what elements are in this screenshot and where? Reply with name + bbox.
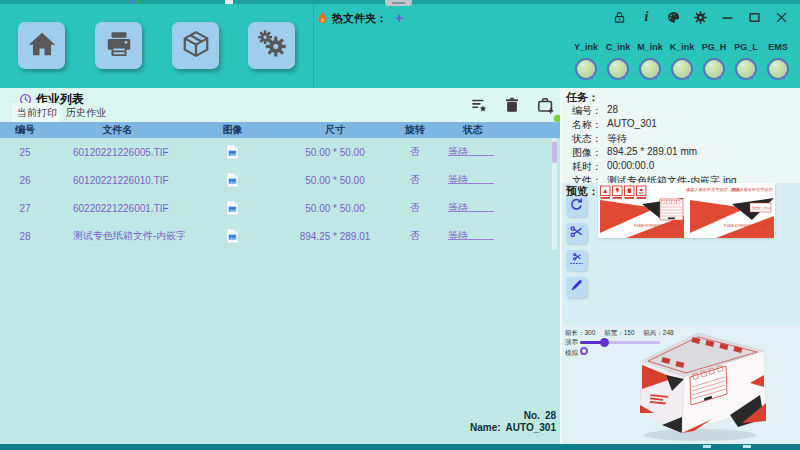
column-header-size[interactable]: 尺寸	[280, 123, 390, 137]
box-length-label: 箱长：	[565, 329, 585, 336]
task-field: 图像：894.25 * 289.01 mm	[562, 146, 800, 159]
ink-indicator: C_ink	[602, 42, 634, 80]
ink-level-lamp	[607, 58, 629, 80]
scissors-icon	[569, 224, 584, 243]
settings-button[interactable]	[248, 22, 295, 69]
table-scrollbar[interactable]	[552, 138, 557, 250]
field-label: 耗时：	[562, 160, 602, 174]
settings-icon[interactable]	[692, 9, 709, 26]
ink-label: PG_L	[734, 42, 758, 52]
job-id: 25	[0, 147, 50, 158]
cut-line-tool-button[interactable]	[566, 250, 587, 271]
cut-tool-button[interactable]	[566, 223, 587, 244]
ink-indicator: Y_ink	[570, 42, 602, 80]
job-rotate: 否	[390, 201, 440, 215]
background-artifact	[130, 0, 134, 4]
window-drag-handle[interactable]	[385, 0, 412, 6]
column-header-rotate[interactable]: 旋转	[390, 123, 440, 137]
sort-add-icon[interactable]	[470, 96, 488, 115]
tab-current-print[interactable]: 当前打印	[17, 106, 57, 120]
ink-indicator: PG_H	[698, 42, 730, 80]
palette-icon[interactable]	[665, 9, 682, 26]
info-icon[interactable]: i	[638, 9, 655, 26]
top-bar: 热文件夹： + i Y_ink C_ink M_ink K_ink PG_H P…	[0, 0, 800, 88]
image-file-icon	[185, 200, 280, 216]
job-size: 50.00 * 50.00	[280, 203, 390, 214]
job-file-name: 60120221226010.TIF	[50, 175, 185, 186]
job-list-panel: 作业列表 当前打印 历史作业 编号 文件名 图像 尺寸 旋转 状态 25 601…	[0, 88, 560, 444]
field-label: 编号：	[562, 104, 602, 118]
task-field: 状态：等待	[562, 132, 800, 145]
task-field: 编号：28	[562, 104, 800, 117]
field-value: 28	[607, 104, 618, 115]
job-rotate: 否	[390, 145, 440, 159]
bottom-bar-tick	[743, 445, 751, 448]
simulate-radio[interactable]	[580, 347, 588, 355]
home-button[interactable]	[18, 22, 65, 69]
table-row[interactable]: 27 60220221226001.TIF 50.00 * 50.00 否 等待	[0, 194, 560, 222]
field-value: 894.25 * 289.01 mm	[607, 146, 697, 157]
pen-tool-button[interactable]	[566, 277, 587, 298]
ink-indicator: EMS	[762, 42, 794, 80]
column-header-status[interactable]: 状态	[440, 123, 506, 137]
task-field: 名称：AUTO_301	[562, 118, 800, 131]
artwork-panel-text: PLEASE ENTER A MODIFIED TEXT	[634, 224, 677, 228]
jobs-button[interactable]	[172, 22, 219, 69]
job-rotate: 否	[390, 229, 440, 243]
print-button[interactable]	[95, 22, 142, 69]
printer-icon	[104, 29, 134, 63]
job-size: 50.00 * 50.00	[280, 147, 390, 158]
bottom-bar-tick	[703, 445, 711, 448]
box-3d-preview[interactable]	[628, 325, 778, 443]
column-header-image[interactable]: 图像	[185, 123, 280, 137]
ink-indicator: M_ink	[634, 42, 666, 80]
slider-thumb[interactable]	[600, 338, 609, 347]
field-label: 图像：	[562, 146, 602, 160]
current-job-footer: No.28 Name:AUTO_301	[465, 410, 556, 434]
column-header-filename[interactable]: 文件名	[50, 123, 185, 137]
ink-label: C_ink	[606, 42, 631, 52]
ink-label: K_ink	[670, 42, 695, 52]
ink-label: M_ink	[637, 42, 663, 52]
ink-level-lamp	[639, 58, 661, 80]
lock-icon[interactable]	[611, 9, 628, 26]
box-width-label: 箱宽：	[604, 329, 624, 336]
rotate-tool-button[interactable]	[566, 196, 587, 217]
artwork-side-label: 安全区（外箱）	[752, 206, 773, 210]
scrollbar-thumb[interactable]	[552, 141, 557, 163]
ink-label: PG_H	[702, 42, 727, 52]
job-status: 等待	[440, 173, 506, 187]
ink-level-lamp	[671, 58, 693, 80]
job-list-header: 作业列表 当前打印 历史作业	[0, 88, 560, 122]
footer-no-value: 28	[545, 410, 556, 421]
tab-history-jobs[interactable]: 历史作业	[66, 106, 106, 120]
table-row[interactable]: 25 60120221226005.TIF 50.00 * 50.00 否 等待	[0, 138, 560, 166]
preview-artwork[interactable]: 请输入修改的文字内容（同色） 请输入修改的文字内容（工厂手机） PLEASE E…	[598, 183, 775, 238]
topbar-section-divider	[313, 4, 314, 88]
column-header-id[interactable]: 编号	[0, 123, 50, 137]
maximize-icon[interactable]	[746, 9, 763, 26]
add-hot-folder-button[interactable]: +	[395, 11, 404, 25]
background-artifact	[135, 0, 140, 4]
settings-gears-icon	[257, 29, 287, 63]
preview-section: 预览：	[562, 183, 800, 325]
image-file-icon	[185, 144, 280, 160]
add-job-icon[interactable]	[536, 96, 554, 115]
table-row[interactable]: 28 测试专色纸箱文件-内嵌字.jpg 894.25 * 289.01 否 等待	[0, 222, 560, 250]
table-row[interactable]: 26 60120221226010.TIF 50.00 * 50.00 否 等待	[0, 166, 560, 194]
job-id: 27	[0, 203, 50, 214]
job-id: 26	[0, 175, 50, 186]
box-length-value: 300	[585, 329, 596, 336]
ink-level-lamp	[735, 58, 757, 80]
field-value: AUTO_301	[607, 118, 657, 129]
task-field: 耗时：00:00:00.0	[562, 160, 800, 173]
close-icon[interactable]	[773, 9, 790, 26]
field-label: 状态：	[562, 132, 602, 146]
pen-icon	[569, 278, 584, 297]
footer-no-label: No.	[524, 410, 540, 421]
ink-label: Y_ink	[574, 42, 598, 52]
job-status: 等待	[440, 229, 506, 243]
delete-icon[interactable]	[503, 96, 521, 115]
minimize-icon[interactable]	[719, 9, 736, 26]
job-file-name: 60220221226001.TIF	[50, 203, 185, 214]
